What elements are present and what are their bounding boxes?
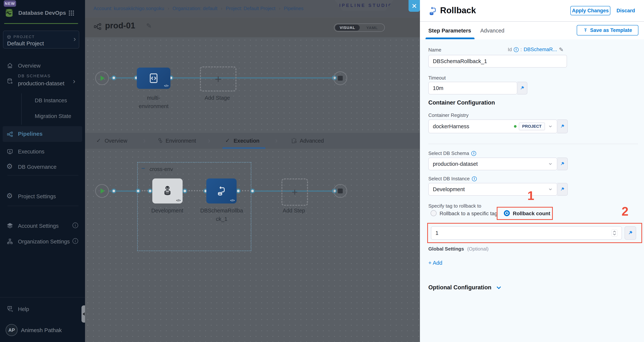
stage-canvas[interactable] (85, 37, 420, 133)
radio-specific-tag-label[interactable]: Rollback to a specific tag (440, 211, 498, 217)
stop-icon (338, 189, 343, 193)
timeout-input[interactable]: 10m (428, 82, 517, 94)
play-icon (100, 188, 105, 194)
sidebar-item-label: Overview (18, 63, 40, 69)
chevron-right-icon: › (221, 5, 222, 11)
connector-dot (136, 189, 140, 193)
custom-stage-icon (148, 72, 160, 84)
sidebar-item-executions[interactable]: Executions (0, 146, 85, 157)
rollback-count-input[interactable]: 1 (431, 226, 622, 240)
sidebar-item-label: Account Settings (18, 223, 59, 229)
sidebar-item-migration-state[interactable]: Migration State (0, 111, 85, 122)
step-node-label: Development (144, 206, 190, 215)
stage-node-multi-environment[interactable]: </> (137, 68, 170, 89)
help-chat-icon: ? (7, 306, 14, 312)
step-node-development[interactable]: </> (152, 178, 182, 204)
sidebar-item-label: DB Instances (35, 97, 67, 104)
breadcrumb-account[interactable]: Account: kurosakiichigo.songoku (94, 5, 164, 11)
avatar[interactable]: AP (6, 324, 18, 336)
tab-execution[interactable]: Execution (234, 138, 260, 144)
registry-runtime-pin-button[interactable] (557, 119, 568, 133)
sidebar-item-help[interactable]: ? Help (0, 304, 85, 315)
app-screen: NEW Database DevOps PROJECT Default Proj… (0, 0, 644, 342)
project-selector[interactable]: PROJECT Default Project › (3, 31, 79, 48)
tab-advanced[interactable]: Advanced (480, 28, 504, 34)
edit-pencil-icon[interactable]: ✎ (559, 46, 564, 53)
sidebar-item-db-instances[interactable]: DB Instances (0, 96, 85, 106)
user-name: Animesh Pathak (21, 327, 62, 334)
execution-canvas[interactable] (85, 149, 420, 342)
discard-button[interactable]: Discard (616, 8, 635, 14)
check-icon: ✓ (96, 137, 101, 144)
toggle-yaml[interactable]: YAML (362, 25, 382, 31)
timeout-runtime-pin-button[interactable] (517, 82, 528, 94)
sidebar-item-db-governance[interactable]: ⚙ DB Governance (0, 161, 85, 172)
code-marker: </> (176, 199, 181, 202)
sidebar-item-account-settings[interactable]: Account Settings i (0, 220, 85, 232)
brand-divider (4, 23, 78, 24)
sidebar-item-organization-settings[interactable]: Organization Settings i (0, 236, 85, 247)
add-step-button[interactable]: + (282, 178, 308, 206)
connector-dot (182, 189, 187, 193)
chevron-down-icon[interactable] (496, 284, 502, 291)
stepper-up-icon[interactable] (613, 231, 616, 233)
db-instance-select[interactable]: Development (428, 183, 557, 196)
breadcrumb-project[interactable]: Project: Default Project (226, 5, 276, 11)
chevron-down-icon[interactable] (548, 187, 553, 192)
tab-step-parameters[interactable]: Step Parameters (428, 28, 471, 34)
sidebar-item-label: Organization Settings (18, 239, 70, 245)
gear-icon: ⚙ (6, 163, 13, 170)
add-global-setting-link[interactable]: + Add (428, 260, 442, 266)
stepper-down-icon[interactable] (613, 233, 616, 235)
view-toggle[interactable]: VISUAL YAML (334, 23, 385, 32)
sidebar-item-project-settings[interactable]: ⚙ Project Settings (0, 191, 85, 202)
step-node-dbschemarollback[interactable]: </> (206, 178, 236, 204)
tab-environment[interactable]: Environment (166, 138, 196, 144)
execution-start-node (95, 184, 109, 198)
name-input[interactable]: DBSchemaRollback_1 (428, 55, 567, 68)
collapse-left-icon (82, 312, 85, 316)
sidebar-item-label: DB SCHEMAS (18, 73, 51, 78)
sidebar-item-pipelines[interactable]: Pipelines (2, 126, 82, 142)
radio-specific-tag[interactable] (430, 210, 436, 216)
db-schema-label-row: Select DB Schema i (428, 150, 476, 156)
annotation-number-2: 2 (622, 204, 628, 218)
add-stage-label: Add Stage (200, 94, 234, 102)
tab-overview[interactable]: Overview (105, 138, 127, 144)
container-registry-input[interactable]: dockerHarness PROJECT (428, 119, 557, 133)
apply-changes-button[interactable]: Apply Changes (570, 6, 610, 15)
step-id-row: Id i : DBSchemaR... ✎ (508, 46, 564, 53)
upload-icon (583, 28, 588, 33)
scope-badge: PROJECT (519, 122, 545, 130)
close-panel-button[interactable] (408, 0, 420, 12)
sidebar-item-db-schemas[interactable]: DB SCHEMAS production-dataset › (0, 73, 85, 91)
panel-divider (420, 21, 644, 22)
add-stage-button[interactable]: + (200, 66, 236, 91)
db-schema-runtime-pin-button[interactable] (557, 158, 568, 170)
pin-icon (560, 124, 565, 129)
db-instance-runtime-pin-button[interactable] (557, 183, 568, 196)
code-marker: </> (164, 84, 168, 88)
collapse-group-icon[interactable]: − (141, 165, 145, 172)
breadcrumb-page[interactable]: Pipelines (284, 5, 304, 11)
module-grid-icon[interactable] (68, 10, 75, 16)
play-icon (100, 76, 105, 81)
save-as-template-button[interactable]: Save as Template (577, 25, 638, 35)
database-devops-logo-icon (4, 8, 14, 18)
panel-title: Rollback (440, 5, 476, 15)
breadcrumb-org[interactable]: Organization: default (172, 5, 217, 11)
deploy-db-icon (162, 185, 173, 197)
db-schema-select[interactable]: production-dataset (428, 158, 557, 170)
toggle-visual[interactable]: VISUAL (335, 25, 360, 31)
step-group-label: cross-env (150, 166, 173, 172)
edit-pencil-icon[interactable]: ✎ (146, 22, 152, 30)
tab-advanced[interactable]: Advanced (300, 138, 324, 144)
sidebar-item-overview[interactable]: Overview (0, 60, 85, 71)
chevron-down-icon[interactable] (548, 161, 553, 166)
connector-dot (250, 189, 255, 193)
add-step-label: Add Step (276, 206, 311, 215)
count-runtime-pin-button[interactable] (624, 226, 636, 240)
chevron-down-icon[interactable] (548, 124, 553, 129)
number-stepper[interactable] (612, 229, 618, 237)
optional-configuration-row[interactable]: Optional Configuration (428, 284, 502, 291)
